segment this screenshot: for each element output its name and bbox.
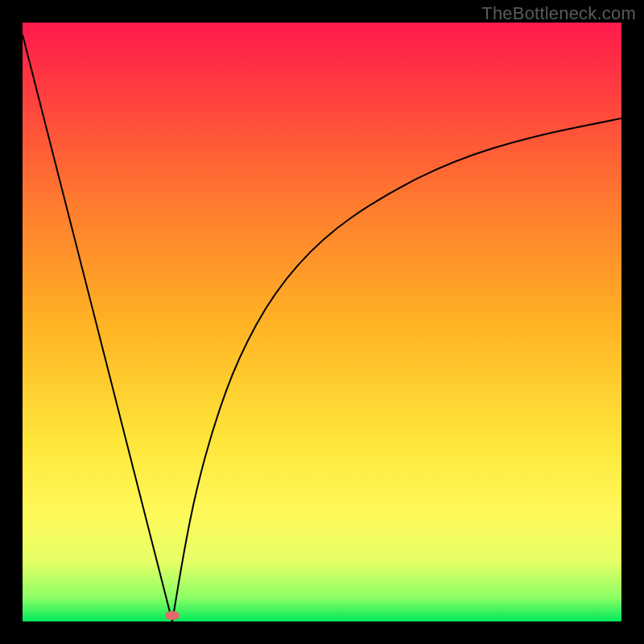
sweet-spot-marker: [165, 611, 180, 620]
chart-background: [23, 23, 621, 621]
chart-svg: [23, 23, 621, 621]
marker-layer: [165, 611, 180, 620]
watermark-text: TheBottleneck.com: [481, 3, 636, 24]
chart-frame: TheBottleneck.com: [0, 0, 644, 644]
